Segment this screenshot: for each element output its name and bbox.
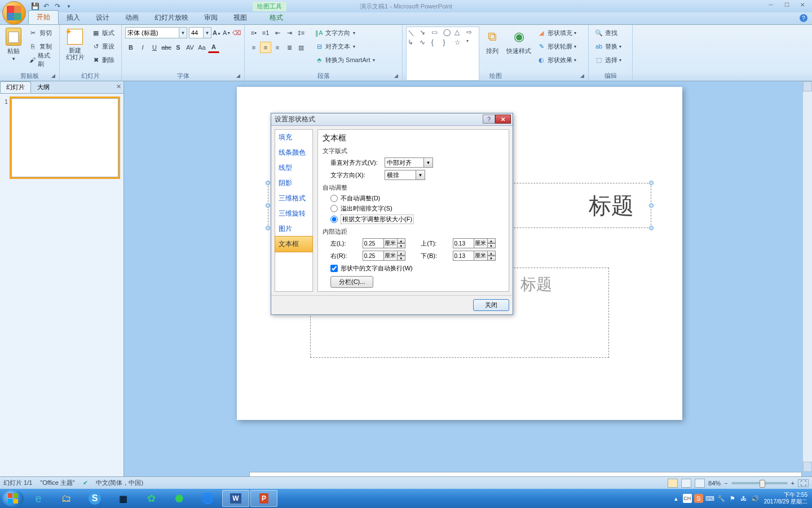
zoom-slider[interactable] bbox=[731, 482, 788, 484]
fit-to-window-icon[interactable]: ⛶ bbox=[798, 479, 809, 487]
shape-arrow-icon[interactable]: ↘ bbox=[420, 28, 431, 38]
qat-customize-icon[interactable]: ▼ bbox=[64, 2, 73, 11]
layout-button[interactable]: ▦版式 bbox=[89, 27, 117, 39]
taskbar-app2[interactable]: ▦ bbox=[109, 490, 136, 507]
bold-icon[interactable]: B bbox=[125, 42, 136, 53]
strikethrough-icon[interactable]: abc bbox=[161, 42, 172, 53]
chevron-down-icon[interactable]: ▼ bbox=[424, 157, 433, 168]
dialog-close-btn[interactable]: 关闭 bbox=[473, 299, 509, 311]
font-name-combo[interactable]: ▼ bbox=[125, 27, 187, 38]
tab-home[interactable]: 开始 bbox=[28, 10, 59, 24]
network-icon[interactable]: 🖧 bbox=[739, 494, 748, 503]
normal-view-icon[interactable] bbox=[668, 479, 678, 488]
reset-button[interactable]: ↺重设 bbox=[89, 40, 117, 52]
shape-star-icon[interactable]: ☆ bbox=[454, 38, 466, 46]
shadow-icon[interactable]: S bbox=[173, 42, 184, 53]
replace-button[interactable]: ab替换▾ bbox=[592, 40, 624, 52]
sogou-tray-icon[interactable]: S bbox=[694, 494, 703, 503]
grow-font-icon[interactable]: A▲ bbox=[212, 27, 222, 38]
shape-rect-icon[interactable]: ▭ bbox=[431, 28, 443, 38]
zoom-in-icon[interactable]: + bbox=[791, 480, 795, 487]
wrap-checkbox[interactable]: 形状中的文字自动换行(W) bbox=[330, 264, 504, 273]
radio-resize-shape[interactable]: 根据文字调整形状大小(F) bbox=[330, 214, 504, 224]
tab-slideshow[interactable]: 幻灯片放映 bbox=[147, 11, 196, 24]
taskbar-explorer[interactable]: 🗂 bbox=[53, 490, 80, 507]
find-button[interactable]: 🔍查找 bbox=[592, 27, 624, 39]
margin-left-spinner[interactable]: 厘米▲▼ bbox=[363, 238, 414, 248]
justify-icon[interactable]: ≣ bbox=[284, 42, 295, 53]
volume-icon[interactable]: 🔊 bbox=[751, 494, 760, 503]
numbering-icon[interactable]: ≡1 bbox=[260, 27, 271, 38]
shape-line-icon[interactable]: ＼ bbox=[408, 28, 419, 38]
font-color-icon[interactable]: A bbox=[208, 42, 219, 53]
spell-check-icon[interactable]: ✔ bbox=[83, 479, 88, 487]
margin-bottom-spinner[interactable]: 厘米▲▼ bbox=[453, 251, 504, 261]
indent-right-icon[interactable]: ⇥ bbox=[284, 27, 295, 38]
dialog-launcher-icon[interactable]: ◢ bbox=[51, 73, 58, 80]
ime-indicator[interactable]: CH bbox=[683, 494, 692, 503]
delete-button[interactable]: ✖删除 bbox=[89, 54, 117, 66]
font-size-combo[interactable]: ▼ bbox=[189, 27, 211, 38]
redo-icon[interactable]: ↷ bbox=[53, 2, 62, 11]
dialog-launcher-icon[interactable]: ◢ bbox=[394, 73, 401, 80]
chevron-down-icon[interactable]: ▼ bbox=[416, 170, 425, 180]
copy-button[interactable]: ⎘复制 bbox=[27, 40, 56, 52]
maximize-button[interactable]: ☐ bbox=[779, 0, 794, 9]
dialog-title-bar[interactable]: 设置形状格式 ? ✕ bbox=[271, 113, 513, 126]
tab-review[interactable]: 审阅 bbox=[196, 11, 226, 24]
flag-icon[interactable]: ⚑ bbox=[728, 494, 737, 503]
dialog-close-button[interactable]: ✕ bbox=[495, 115, 511, 124]
minimize-button[interactable]: ─ bbox=[764, 0, 778, 9]
radio-shrink-text[interactable]: 溢出时缩排文字(S) bbox=[330, 204, 504, 213]
tab-animations[interactable]: 动画 bbox=[117, 11, 147, 24]
shape-curve-icon[interactable]: ∿ bbox=[420, 38, 431, 46]
close-button[interactable]: ✕ bbox=[795, 0, 810, 9]
clock[interactable]: 下午 2:55 2017/8/29 星期二 bbox=[764, 492, 807, 505]
indent-left-icon[interactable]: ⇤ bbox=[272, 27, 283, 38]
nav-line-color[interactable]: 线条颜色 bbox=[275, 145, 312, 160]
nav-textbox[interactable]: 文本框 bbox=[275, 236, 313, 252]
nav-3d-rotation[interactable]: 三维旋转 bbox=[275, 206, 312, 221]
tray-expand-icon[interactable]: ▴ bbox=[672, 494, 681, 503]
smartart-button[interactable]: ⬘转换为 SmartArt▾ bbox=[312, 54, 377, 66]
taskbar-app1[interactable]: S bbox=[81, 490, 108, 507]
taskbar-word[interactable]: W bbox=[222, 490, 249, 507]
shape-brace2-icon[interactable]: } bbox=[443, 38, 454, 46]
clear-format-icon[interactable]: ⌫ bbox=[232, 27, 242, 38]
tab-insert[interactable]: 插入 bbox=[59, 11, 88, 24]
taskbar-app5[interactable]: 🌀 bbox=[194, 490, 221, 507]
bullets-icon[interactable]: ≡• bbox=[248, 27, 259, 38]
zoom-value[interactable]: 84% bbox=[708, 480, 721, 487]
tab-slides-thumbnails[interactable]: 幻灯片 bbox=[0, 81, 31, 93]
taskbar-app3[interactable]: ✿ bbox=[138, 490, 165, 507]
columns-icon[interactable]: ▥ bbox=[295, 42, 307, 53]
shape-connector-icon[interactable]: ↳ bbox=[408, 38, 419, 46]
select-button[interactable]: ⬚选择▾ bbox=[592, 54, 624, 66]
keyboard-icon[interactable]: ⌨ bbox=[705, 494, 714, 503]
format-painter-button[interactable]: 🖌格式刷 bbox=[27, 54, 56, 66]
nav-fill[interactable]: 填充 bbox=[275, 130, 312, 145]
sorter-view-icon[interactable] bbox=[681, 479, 691, 488]
taskbar-powerpoint[interactable]: P bbox=[250, 490, 277, 507]
tab-format[interactable]: 格式 bbox=[262, 11, 291, 24]
line-spacing-icon[interactable]: ‡≡ bbox=[295, 27, 307, 38]
columns-button[interactable]: 分栏(C)... bbox=[330, 276, 373, 288]
align-left-icon[interactable]: ≡ bbox=[248, 42, 259, 53]
language[interactable]: 中文(简体，中国) bbox=[96, 479, 143, 487]
panel-close-icon[interactable]: ✕ bbox=[116, 83, 121, 90]
shape-effects-button[interactable]: ◐形状效果▾ bbox=[535, 54, 579, 66]
radio-no-autofit[interactable]: 不自动调整(D) bbox=[330, 194, 504, 203]
align-center-icon[interactable]: ≡ bbox=[260, 42, 271, 53]
italic-icon[interactable]: I bbox=[137, 42, 148, 53]
dialog-launcher-icon[interactable]: ◢ bbox=[580, 73, 587, 80]
dialog-launcher-icon[interactable]: ◢ bbox=[236, 73, 243, 80]
underline-icon[interactable]: U bbox=[149, 42, 160, 53]
nav-3d-format[interactable]: 三维格式 bbox=[275, 191, 312, 206]
start-button[interactable] bbox=[2, 490, 24, 507]
shrink-font-icon[interactable]: A▼ bbox=[222, 27, 231, 38]
align-text-button[interactable]: ⊟对齐文本▾ bbox=[312, 40, 377, 52]
nav-line-style[interactable]: 线型 bbox=[275, 160, 312, 176]
align-right-icon[interactable]: ≡ bbox=[272, 42, 283, 53]
slide-thumbnail[interactable]: 1 bbox=[5, 98, 119, 177]
office-button[interactable] bbox=[2, 1, 26, 25]
